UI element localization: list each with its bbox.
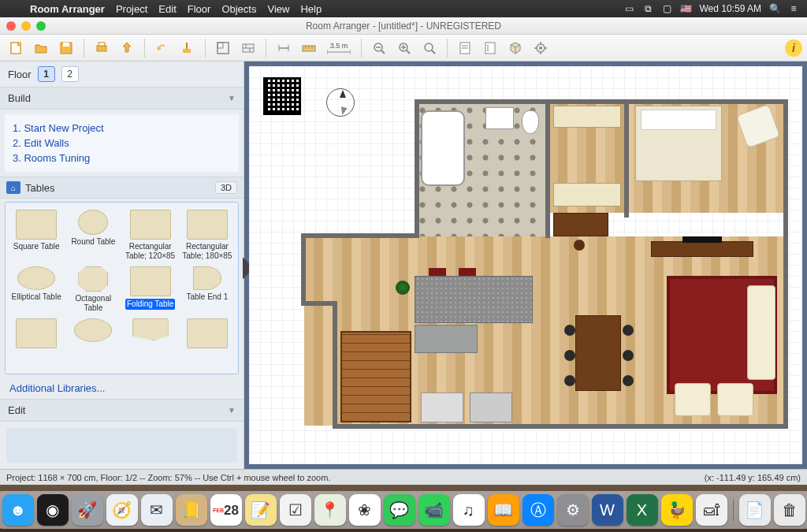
build-section-header[interactable]: Build ▼ xyxy=(0,87,244,110)
appliance[interactable] xyxy=(421,392,463,422)
menu-view[interactable]: View xyxy=(267,3,289,15)
dock-excel[interactable]: X xyxy=(627,494,658,526)
wardrobe[interactable] xyxy=(553,106,621,128)
library-item-11[interactable] xyxy=(180,316,235,353)
armchair[interactable] xyxy=(675,383,711,416)
menubar-app-name[interactable]: Room Arranger xyxy=(30,3,105,15)
dock-word[interactable]: W xyxy=(592,494,623,526)
toilet[interactable] xyxy=(522,110,539,134)
desk[interactable] xyxy=(553,213,608,236)
flag-us-icon[interactable]: 🇺🇸 xyxy=(681,3,692,14)
dock-finder[interactable]: ☻ xyxy=(2,494,34,526)
library-header[interactable]: ⌂ Tables 3D xyxy=(0,177,244,199)
wardrobe[interactable] xyxy=(553,183,621,206)
dimension-button[interactable] xyxy=(273,38,295,58)
dock-itunes[interactable]: ♫ xyxy=(453,494,485,526)
zoom-in-button[interactable] xyxy=(393,38,415,58)
zoom-fit-button[interactable] xyxy=(418,38,441,58)
bar-stool[interactable] xyxy=(429,268,446,276)
dock-messages[interactable]: 💬 xyxy=(384,494,415,526)
tv[interactable] xyxy=(682,236,722,243)
library-3d-button[interactable]: 3D xyxy=(215,181,237,194)
scale-button[interactable]: 3.5 m xyxy=(323,38,355,58)
3d-view-button[interactable] xyxy=(504,38,526,58)
menubar-clock[interactable]: Wed 10:59 AM xyxy=(700,3,762,14)
sink[interactable] xyxy=(485,107,514,129)
zoom-out-button[interactable] xyxy=(368,38,390,58)
notes-button[interactable] xyxy=(454,38,476,58)
dock-appstore[interactable]: Ⓐ xyxy=(523,494,554,526)
dining-chair[interactable] xyxy=(564,325,575,336)
info-button[interactable]: i xyxy=(785,39,802,57)
plant[interactable] xyxy=(396,281,410,295)
dock-notes[interactable]: 📝 xyxy=(245,494,277,526)
library-item-10[interactable] xyxy=(123,316,178,353)
airplay-icon[interactable]: ⧉ xyxy=(643,3,654,14)
dock-launchpad[interactable]: 🚀 xyxy=(72,494,103,526)
dock-reminders[interactable]: ☑ xyxy=(280,494,311,526)
dock-trash[interactable]: 🗑 xyxy=(774,494,805,526)
menu-floor[interactable]: Floor xyxy=(188,3,211,15)
dock-documents[interactable]: 📄 xyxy=(739,494,771,526)
floor-plan-canvas[interactable] xyxy=(249,66,802,464)
wall-button[interactable] xyxy=(237,38,259,58)
edit-section-header[interactable]: Edit ▼ xyxy=(0,399,244,422)
floor-plan[interactable] xyxy=(304,87,782,444)
library-item-3[interactable]: Rectangular Table; 180×85 xyxy=(180,207,235,262)
window-minimize-button[interactable] xyxy=(21,21,31,31)
settings-button[interactable] xyxy=(530,38,552,58)
dock-siri[interactable]: ◉ xyxy=(37,494,69,526)
tv-unit[interactable] xyxy=(651,241,753,257)
dock-maps[interactable]: 📍 xyxy=(314,494,346,526)
apple-icon[interactable] xyxy=(8,3,19,14)
save-button[interactable] xyxy=(55,38,77,58)
appliance[interactable] xyxy=(470,392,512,422)
library-item-8[interactable] xyxy=(9,316,64,353)
build-step-edit-walls[interactable]: 2. Edit Walls xyxy=(13,136,231,151)
export-button[interactable] xyxy=(116,38,138,58)
desk-chair[interactable] xyxy=(574,240,585,251)
menu-objects[interactable]: Objects xyxy=(221,3,256,15)
floor-2-button[interactable]: 2 xyxy=(61,66,79,82)
dock-cyberduck[interactable]: 🦆 xyxy=(661,494,693,526)
library-item-9[interactable] xyxy=(65,316,121,353)
dock-facetime[interactable]: 📹 xyxy=(418,494,450,526)
dining-table[interactable] xyxy=(575,315,621,391)
dock-mail[interactable]: ✉ xyxy=(141,494,173,526)
undo-button[interactable] xyxy=(151,38,173,58)
bar-stool[interactable] xyxy=(459,268,476,276)
dock-roomarranger[interactable]: 🛋 xyxy=(696,494,727,526)
dining-chair[interactable] xyxy=(564,375,575,386)
library-item-6[interactable]: Folding Table xyxy=(123,264,178,314)
library-item-4[interactable]: Elliptical Table xyxy=(9,264,64,314)
window-titlebar[interactable]: Room Arranger - [untitled*] - UNREGISTER… xyxy=(0,17,807,35)
floor-1-button[interactable]: 1 xyxy=(38,66,55,82)
list-button[interactable] xyxy=(479,38,501,58)
bed[interactable] xyxy=(635,106,722,181)
open-button[interactable] xyxy=(30,38,52,58)
menu-icon[interactable]: ≡ xyxy=(788,3,799,14)
stairs[interactable] xyxy=(340,331,411,422)
kitchen-island[interactable] xyxy=(415,276,533,323)
measure-button[interactable] xyxy=(298,38,320,58)
build-step-new-project[interactable]: 1. Start New Project xyxy=(13,121,231,136)
dining-chair[interactable] xyxy=(623,325,634,336)
print-button[interactable] xyxy=(91,38,113,58)
sofa[interactable] xyxy=(747,285,775,380)
new-project-button[interactable] xyxy=(5,38,27,58)
armchair[interactable] xyxy=(717,383,753,416)
dining-chair[interactable] xyxy=(623,375,634,386)
bathtub[interactable] xyxy=(421,110,465,186)
menu-edit[interactable]: Edit xyxy=(158,3,176,15)
dock-preferences[interactable]: ⚙ xyxy=(557,494,589,526)
display-icon[interactable]: ▭ xyxy=(624,3,635,14)
additional-libraries-link[interactable]: Additional Libraries... xyxy=(0,378,244,399)
menu-help[interactable]: Help xyxy=(300,3,322,15)
dock-safari[interactable]: 🧭 xyxy=(106,494,138,526)
build-step-rooms-tuning[interactable]: 3. Rooms Tuning xyxy=(13,151,231,166)
library-item-7[interactable]: Table End 1 xyxy=(180,264,235,314)
screen-icon[interactable]: ▢ xyxy=(662,3,673,14)
counter[interactable] xyxy=(415,325,478,353)
menu-project[interactable]: Project xyxy=(116,3,147,15)
dining-chair[interactable] xyxy=(623,350,634,361)
